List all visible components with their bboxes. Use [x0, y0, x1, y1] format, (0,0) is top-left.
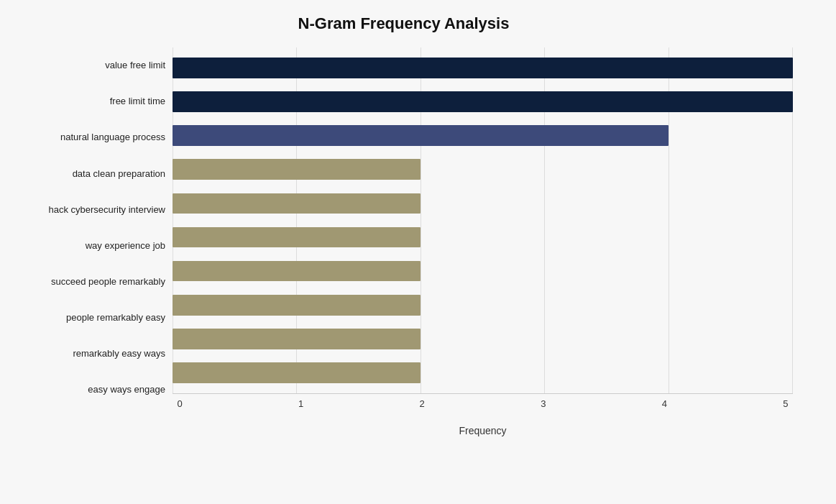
- bar-6: [173, 261, 421, 282]
- x-tick-4: 4: [657, 398, 671, 409]
- bar-9: [173, 362, 421, 383]
- x-tick-0: 0: [173, 398, 187, 409]
- bar-row-2: [173, 119, 793, 152]
- bar-5: [173, 227, 421, 248]
- x-tick-1: 1: [294, 398, 308, 409]
- bar-0: [173, 58, 793, 78]
- y-label-1: free limit time: [110, 96, 165, 107]
- bar-row-7: [173, 288, 793, 322]
- bars-wrapper: [173, 47, 793, 393]
- grid-and-bars: 0 1 2 3 4 5: [173, 47, 793, 422]
- bar-row-4: [173, 186, 793, 220]
- bar-row-1: [173, 85, 793, 119]
- bar-7: [173, 295, 421, 316]
- x-axis-label: Frequency: [173, 425, 793, 436]
- chart-container: N-Gram Frequency Analysis value free lim…: [0, 0, 836, 504]
- bar-2: [173, 125, 669, 146]
- x-ticks: 0 1 2 3 4 5: [173, 394, 793, 409]
- x-tick-5: 5: [778, 398, 793, 409]
- y-axis-labels: value free limitfree limit timenatural l…: [14, 47, 173, 436]
- bars-and-grid: 0 1 2 3 4 5 Frequency: [173, 47, 793, 436]
- chart-area: value free limitfree limit timenatural l…: [14, 47, 793, 436]
- bar-row-3: [173, 152, 793, 186]
- y-label-7: people remarkably easy: [66, 312, 165, 324]
- y-label-3: data clean preparation: [73, 168, 165, 180]
- x-tick-2: 2: [415, 398, 429, 409]
- x-tick-3: 3: [536, 398, 551, 409]
- y-label-6: succeed people remarkably: [51, 276, 165, 288]
- bar-row-0: [173, 51, 793, 85]
- bar-8: [173, 329, 421, 349]
- bar-1: [173, 91, 793, 112]
- y-label-9: easy ways engage: [88, 384, 165, 395]
- y-label-5: way experience job: [86, 240, 165, 252]
- y-label-4: hack cybersecurity interview: [48, 204, 165, 216]
- bar-3: [173, 159, 421, 180]
- y-label-0: value free limit: [105, 60, 165, 71]
- x-axis: 0 1 2 3 4 5: [173, 393, 793, 422]
- bar-row-8: [173, 322, 793, 356]
- bar-4: [173, 193, 421, 214]
- chart-title: N-Gram Frequency Analysis: [14, 14, 793, 33]
- bar-row-9: [173, 356, 793, 390]
- y-label-2: natural language process: [60, 132, 165, 143]
- bar-row-6: [173, 255, 793, 288]
- bar-row-5: [173, 220, 793, 254]
- y-label-8: remarkably easy ways: [73, 348, 165, 359]
